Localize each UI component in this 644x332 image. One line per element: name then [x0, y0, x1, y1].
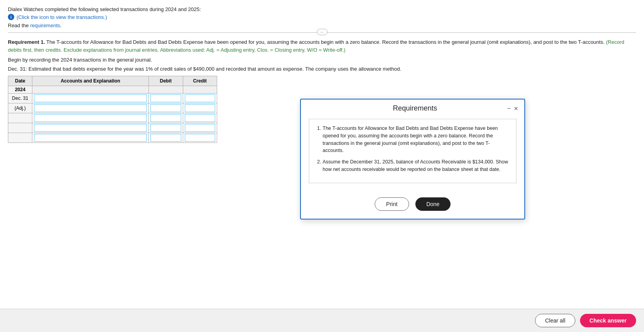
- col-header-credit: Credit: [183, 76, 217, 86]
- credit-input-3[interactable]: [185, 114, 215, 122]
- debit-input-4[interactable]: [150, 124, 181, 132]
- journal-table: Date Accounts and Explanation Debit Cred…: [8, 76, 217, 143]
- credit-input-4[interactable]: [185, 124, 215, 132]
- modal-footer: Print Done: [301, 191, 524, 219]
- account-input-3[interactable]: [34, 114, 147, 122]
- modal-title: Requirements: [323, 104, 507, 113]
- credit-input-5[interactable]: [185, 134, 215, 142]
- credit-input-cell-2[interactable]: [183, 103, 217, 113]
- debit-input-cell-4[interactable]: [149, 123, 183, 133]
- table-row: [8, 113, 217, 123]
- modal-body: The T-accounts for Allowance for Bad Deb…: [301, 116, 524, 191]
- col-header-debit: Debit: [149, 76, 183, 86]
- credit-input-cell-5[interactable]: [183, 133, 217, 143]
- bottom-bar: Clear all Check answer: [0, 309, 644, 332]
- account-input-cell-5[interactable]: [32, 133, 149, 143]
- modal-requirements-box: The T-accounts for Allowance for Bad Deb…: [309, 119, 516, 183]
- date-dec31: Dec. 31: [8, 94, 32, 103]
- account-input-cell-1[interactable]: [32, 94, 149, 103]
- debit-input-2[interactable]: [150, 104, 181, 112]
- debit-input-5[interactable]: [150, 134, 181, 142]
- account-input-cell-3[interactable]: [32, 113, 149, 123]
- modal-requirement-1: The T-accounts for Allowance for Bad Deb…: [323, 125, 510, 154]
- col-header-date: Date: [8, 76, 32, 86]
- debit-input-1[interactable]: [150, 94, 181, 102]
- account-input-2[interactable]: [34, 104, 147, 112]
- debit-input-cell-1[interactable]: [149, 94, 183, 103]
- requirements-link[interactable]: requirements: [30, 23, 60, 28]
- modal-requirement-2: Assume the December 31, 2025, balance of…: [323, 158, 510, 173]
- intro-text: Dialex Watches completed the following s…: [8, 6, 636, 12]
- credit-input-cell-4[interactable]: [183, 123, 217, 133]
- credit-input-cell-1[interactable]: [183, 94, 217, 103]
- date-adj: (Adj.): [8, 103, 32, 113]
- divider-collapse-button[interactable]: ···: [317, 29, 327, 35]
- table-year-row: 2024: [8, 86, 217, 94]
- info-icon[interactable]: i: [8, 14, 14, 20]
- debit-input-cell-2[interactable]: [149, 103, 183, 113]
- table-row: Dec. 31: [8, 94, 217, 103]
- modal-minimize-button[interactable]: −: [507, 105, 511, 112]
- requirement1-header: Requirement 1. The T-accounts for Allowa…: [8, 38, 636, 54]
- dec31-description: Dec. 31: Estimated that bad debts expens…: [8, 66, 636, 72]
- account-input-cell-2[interactable]: [32, 103, 149, 113]
- begin-text: Begin by recording the 2024 transactions…: [8, 57, 636, 63]
- col-header-accounts: Accounts and Explanation: [32, 76, 149, 86]
- account-input-cell-4[interactable]: [32, 123, 149, 133]
- requirements-modal: Requirements − × The T-accounts for Allo…: [300, 99, 525, 219]
- year-cell: 2024: [8, 86, 32, 94]
- click-icon-text[interactable]: (Click the icon to view the transactions…: [17, 14, 107, 20]
- print-button[interactable]: Print: [375, 197, 409, 211]
- debit-input-cell-5[interactable]: [149, 133, 183, 143]
- table-row: [8, 133, 217, 143]
- credit-input-2[interactable]: [185, 104, 215, 112]
- done-button[interactable]: Done: [415, 197, 451, 211]
- account-input-1[interactable]: [34, 94, 147, 102]
- table-row: [8, 123, 217, 133]
- debit-input-cell-3[interactable]: [149, 113, 183, 123]
- clear-all-button[interactable]: Clear all: [535, 314, 575, 327]
- check-answer-button[interactable]: Check answer: [580, 314, 636, 327]
- section-divider: ···: [8, 32, 636, 33]
- debit-input-3[interactable]: [150, 114, 181, 122]
- table-row: (Adj.): [8, 103, 217, 113]
- credit-input-cell-3[interactable]: [183, 113, 217, 123]
- credit-input-1[interactable]: [185, 94, 215, 102]
- account-input-4[interactable]: [34, 124, 147, 132]
- modal-header: Requirements − ×: [301, 99, 524, 116]
- read-requirements-text: Read the requirements.: [8, 23, 636, 28]
- modal-close-button[interactable]: ×: [514, 105, 518, 112]
- modal-controls: − ×: [507, 105, 518, 112]
- account-input-5[interactable]: [34, 134, 147, 142]
